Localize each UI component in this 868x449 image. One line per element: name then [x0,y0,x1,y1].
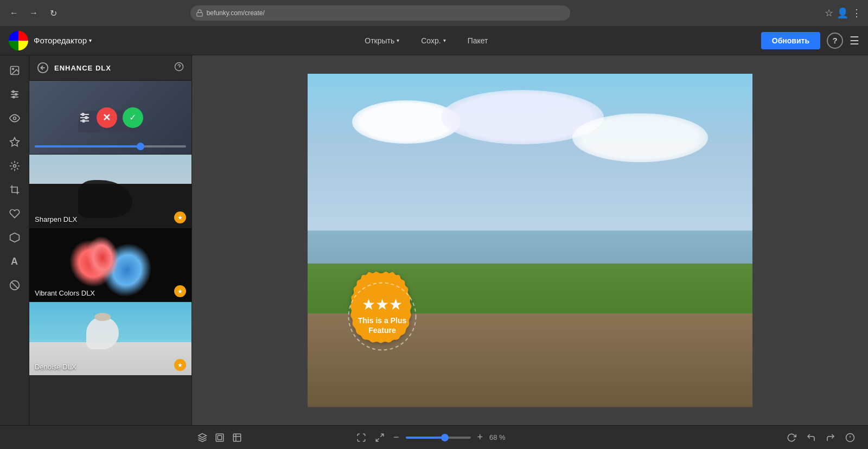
brush-tool-button[interactable] [4,274,25,296]
save-button[interactable]: Сохр. ▾ [417,34,450,47]
zoom-percentage: 68 % [489,433,514,441]
rotate-button[interactable] [784,431,799,445]
help-button[interactable]: ? [827,33,843,49]
heart-tool-button[interactable] [4,203,25,224]
zoom-slider[interactable] [406,437,471,439]
main-layout: A ENHANCE DLX [0,55,868,425]
header-center-actions: Открыть ▾ Сохр. ▾ Пакет [92,34,761,47]
crop-tool-button[interactable] [4,179,25,201]
heart-icon [9,208,20,219]
sharpen-label: Sharpen DLX [35,215,77,223]
upgrade-button[interactable]: Обновить [761,32,820,49]
plus-feature-badge: ★★★ This is a Plus Feature [335,269,430,364]
effects-tool-button[interactable] [4,155,25,177]
eye-icon [9,113,20,124]
zoom-slider-thumb [441,434,449,441]
info-icon [845,433,855,442]
shape-tool-button[interactable] [4,227,25,248]
svg-text:★★★: ★★★ [362,296,403,313]
view-tool-button[interactable] [4,107,25,129]
open-button[interactable]: Открыть ▾ [360,34,404,47]
zoom-in-button[interactable]: + [475,429,486,445]
zoom-slider-fill [406,437,445,439]
svg-point-9 [13,117,16,120]
svg-text:Feature: Feature [368,326,396,335]
bookmark-icon[interactable]: ☆ [825,7,833,19]
svg-marker-10 [10,138,19,146]
crop-bottom-button[interactable] [230,431,244,445]
image-tool-button[interactable] [4,60,25,81]
panel-back-button[interactable] [37,62,49,74]
sliders-icon [9,89,20,100]
redo-button[interactable] [824,431,838,445]
svg-rect-30 [216,434,224,441]
icon-sidebar: A [0,55,29,425]
profile-icon[interactable]: 👤 [837,7,848,19]
redo-icon [826,433,835,442]
layers-icon [197,433,207,442]
undo-button[interactable] [804,431,818,445]
frame-icon [215,433,225,442]
image-icon [9,65,20,76]
open-chevron: ▾ [397,37,399,43]
url-text: befunky.com/create/ [207,9,265,17]
svg-rect-32 [233,434,241,441]
svg-line-35 [380,434,383,437]
tool-item-sharpen[interactable]: Sharpen DLX ★ [29,155,192,228]
crop-icon [9,184,20,195]
bottom-left-tools [195,431,244,445]
svg-point-7 [15,93,16,95]
tool-item-vibrant[interactable]: Vibrant Colors DLX ★ [29,228,192,302]
address-bar[interactable]: befunky.com/create/ [190,5,570,21]
confirm-button[interactable]: ✓ [123,107,143,128]
bottom-right-tools [784,431,857,445]
enhance-controls-overlay: ✕ ✓ [29,81,192,154]
expand-button[interactable] [373,431,387,445]
panel-title: ENHANCE DLX [54,64,169,72]
app-title-text: Фоторедактор [34,36,87,45]
vibrant-premium-badge: ★ [174,285,186,297]
more-icon[interactable]: ⋮ [852,7,861,19]
hamburger-menu-button[interactable]: ☰ [850,34,859,47]
adjustments-tool-button[interactable] [4,84,25,105]
browser-back-button[interactable]: ← [7,5,22,21]
layers-button[interactable] [195,431,209,445]
fit-screen-icon [356,433,366,442]
enhance-slider[interactable] [35,145,186,147]
fit-to-screen-button[interactable] [354,431,368,445]
tool-list: ✕ ✓ Sharpen DLX ★ [29,81,192,425]
question-icon [174,62,184,72]
scallop-badge-svg: ★★★ This is a Plus Feature [335,269,430,364]
browser-bar: ← → ↻ befunky.com/create/ ☆ 👤 ⋮ [0,0,868,26]
frame-button[interactable] [213,431,227,445]
denoise-premium-badge: ★ [174,359,186,371]
svg-point-22 [82,113,84,116]
cancel-button[interactable]: ✕ [97,107,117,128]
panel-help-button[interactable] [174,62,184,74]
favorites-tool-button[interactable] [4,131,25,153]
package-label: Пакет [468,36,488,45]
tool-panel: ENHANCE DLX ✕ ✓ [29,55,192,425]
bottom-toolbar: − + 68 % [0,425,868,449]
svg-line-36 [376,438,379,441]
app-title-button[interactable]: Фоторедактор ▾ [34,36,92,45]
undo-icon [806,433,816,442]
browser-forward-button[interactable]: → [26,5,41,21]
svg-point-11 [13,165,16,168]
zoom-out-button[interactable]: − [391,429,401,445]
browser-reload-button[interactable]: ↻ [46,5,61,21]
save-label: Сохр. [421,36,441,45]
svg-point-8 [12,96,14,98]
app-logo [9,31,28,50]
tool-item-denoise[interactable]: Denoise DLX ★ [29,302,192,376]
svg-rect-31 [218,435,222,440]
vibrant-label: Vibrant Colors DLX [35,289,95,297]
header-right-actions: Обновить ? ☰ [761,32,859,49]
text-tool-button[interactable]: A [4,251,25,272]
tool-item-enhance[interactable]: ✕ ✓ [29,81,192,155]
crop-bottom-icon [232,433,242,442]
rotate-icon [787,433,796,442]
hexagon-icon [9,232,20,243]
info-button[interactable] [843,431,857,445]
package-button[interactable]: Пакет [463,34,493,47]
